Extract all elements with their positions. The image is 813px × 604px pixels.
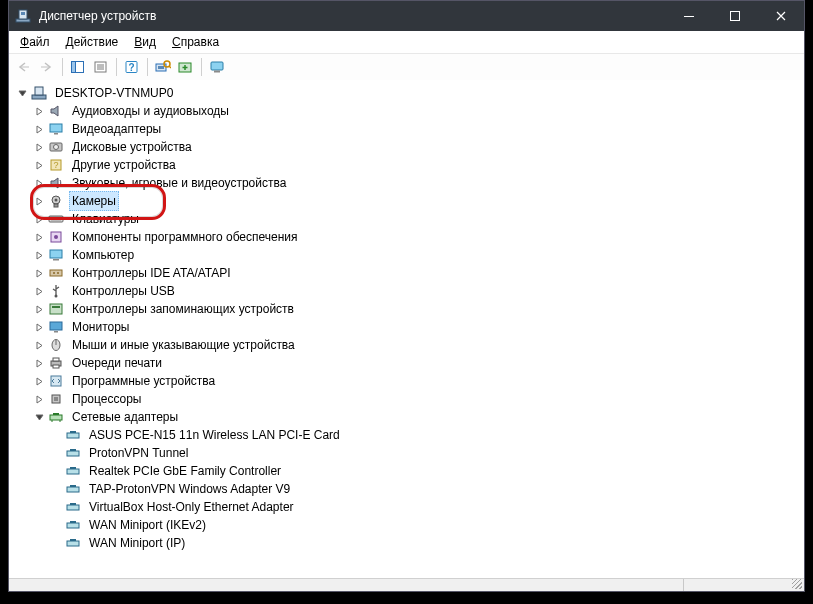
- category-node[interactable]: Компьютер: [32, 246, 804, 264]
- svg-rect-38: [50, 270, 62, 276]
- properties-button[interactable]: [90, 56, 112, 78]
- svg-point-39: [53, 272, 55, 274]
- other-icon: ?: [48, 157, 64, 173]
- expand-toggle[interactable]: [32, 413, 46, 422]
- category-node[interactable]: Контроллеры запоминающих устройств: [32, 300, 804, 318]
- svg-rect-55: [53, 413, 59, 415]
- menu-action[interactable]: Действие: [59, 33, 126, 51]
- expand-toggle[interactable]: [32, 125, 46, 134]
- resize-grip-icon[interactable]: [792, 579, 802, 589]
- expand-toggle[interactable]: [32, 179, 46, 188]
- category-label: Очереди печати: [69, 353, 165, 373]
- svg-rect-2: [21, 12, 25, 15]
- category-node[interactable]: Звуковые, игровые и видеоустройства: [32, 174, 804, 192]
- svg-rect-62: [67, 469, 79, 474]
- expand-toggle[interactable]: [32, 323, 46, 332]
- svg-rect-22: [50, 124, 62, 132]
- svg-rect-19: [214, 71, 220, 73]
- svg-line-16: [169, 66, 171, 68]
- category-node[interactable]: Аудиовходы и аудиовыходы: [32, 102, 804, 120]
- svg-rect-59: [70, 431, 76, 433]
- expand-toggle[interactable]: [32, 305, 46, 314]
- device-node[interactable]: WAN Miniport (IKEv2): [49, 516, 804, 534]
- menu-help[interactable]: Справка: [165, 33, 226, 51]
- svg-rect-71: [70, 539, 76, 541]
- category-label: Камеры: [69, 191, 119, 211]
- category-node[interactable]: Программные устройства: [32, 372, 804, 390]
- svg-rect-42: [50, 304, 62, 314]
- category-label: Программные устройства: [69, 371, 218, 391]
- category-label: Процессоры: [69, 389, 145, 409]
- category-label: Сетевые адаптеры: [69, 407, 181, 427]
- category-node[interactable]: Клавиатуры: [32, 210, 804, 228]
- expand-toggle[interactable]: [32, 395, 46, 404]
- root-icon: [31, 85, 47, 101]
- svg-rect-23: [54, 133, 58, 135]
- close-button[interactable]: [758, 1, 804, 31]
- svg-rect-64: [67, 487, 79, 492]
- svg-rect-70: [67, 541, 79, 546]
- svg-rect-50: [53, 365, 59, 368]
- category-node[interactable]: Видеоадаптеры: [32, 120, 804, 138]
- expand-toggle[interactable]: [32, 197, 46, 206]
- svg-rect-36: [50, 250, 62, 258]
- expand-toggle[interactable]: [32, 377, 46, 386]
- category-node[interactable]: Дисковые устройства: [32, 138, 804, 156]
- category-node[interactable]: Очереди печати: [32, 354, 804, 372]
- minimize-button[interactable]: [666, 1, 712, 31]
- add-legacy-hardware-button[interactable]: [175, 56, 197, 78]
- device-node[interactable]: WAN Miniport (IP): [49, 534, 804, 552]
- category-node[interactable]: Компоненты программного обеспечения: [32, 228, 804, 246]
- software-icon: [48, 229, 64, 245]
- netchild-icon: [65, 427, 81, 443]
- expand-toggle[interactable]: [32, 161, 46, 170]
- svg-rect-68: [67, 523, 79, 528]
- category-label: Звуковые, игровые и видеоустройства: [69, 173, 289, 193]
- expand-toggle[interactable]: [32, 143, 46, 152]
- tree-root[interactable]: DESKTOP-VTNMUP0: [15, 84, 804, 102]
- expand-toggle[interactable]: [32, 341, 46, 350]
- svg-rect-4: [731, 12, 740, 21]
- monitor-icon: [48, 319, 64, 335]
- category-node[interactable]: Мыши и иные указывающие устройства: [32, 336, 804, 354]
- category-node[interactable]: Контроллеры USB: [32, 282, 804, 300]
- device-node[interactable]: TAP-ProtonVPN Windows Adapter V9: [49, 480, 804, 498]
- netchild-icon: [65, 499, 81, 515]
- expand-toggle[interactable]: [32, 233, 46, 242]
- device-node[interactable]: Realtek PCIe GbE Family Controller: [49, 462, 804, 480]
- category-node[interactable]: Процессоры: [32, 390, 804, 408]
- scan-hardware-button[interactable]: [152, 56, 174, 78]
- expand-toggle[interactable]: [32, 269, 46, 278]
- svg-rect-14: [158, 66, 164, 69]
- camera-icon: [48, 193, 64, 209]
- maximize-button[interactable]: [712, 1, 758, 31]
- titlebar[interactable]: Диспетчер устройств: [9, 1, 804, 31]
- device-node[interactable]: VirtualBox Host-Only Ethernet Adapter: [49, 498, 804, 516]
- device-node[interactable]: ProtonVPN Tunnel: [49, 444, 804, 462]
- toolbar-separator: [147, 58, 148, 76]
- category-node[interactable]: Камеры: [32, 192, 804, 210]
- expand-toggle[interactable]: [32, 359, 46, 368]
- svg-rect-3: [684, 16, 694, 17]
- devices-by-type-button[interactable]: [206, 56, 228, 78]
- category-node[interactable]: Мониторы: [32, 318, 804, 336]
- expand-toggle[interactable]: [32, 251, 46, 260]
- usb-icon: [48, 283, 64, 299]
- category-node[interactable]: Контроллеры IDE ATA/ATAPI: [32, 264, 804, 282]
- category-node[interactable]: ?Другие устройства: [32, 156, 804, 174]
- svg-rect-18: [211, 62, 223, 70]
- expand-toggle[interactable]: [15, 89, 29, 98]
- svg-rect-49: [53, 358, 59, 361]
- category-node[interactable]: Сетевые адаптеры: [32, 408, 804, 426]
- device-node[interactable]: ASUS PCE-N15 11n Wireless LAN PCI-E Card: [49, 426, 804, 444]
- menu-file[interactable]: Файл: [13, 33, 57, 51]
- expand-toggle[interactable]: [32, 107, 46, 116]
- net-icon: [48, 409, 64, 425]
- expand-toggle[interactable]: [32, 287, 46, 296]
- netchild-icon: [65, 481, 81, 497]
- expand-toggle[interactable]: [32, 215, 46, 224]
- help-button[interactable]: ?: [121, 56, 143, 78]
- category-label: Мониторы: [69, 317, 132, 337]
- menu-view[interactable]: Вид: [127, 33, 163, 51]
- show-hide-tree-button[interactable]: [67, 56, 89, 78]
